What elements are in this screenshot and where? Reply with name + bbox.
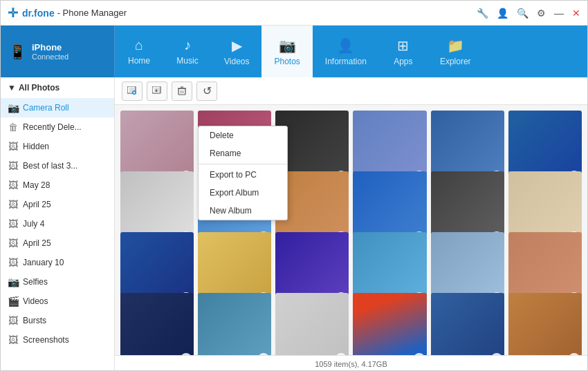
sidebar-item-january-10[interactable]: 🖼 January 10 — [1, 253, 114, 272]
context-menu-export-pc[interactable]: Export to PC — [199, 166, 287, 184]
camera-roll-icon: 📷 — [8, 102, 19, 113]
bursts-label: Bursts — [23, 316, 46, 325]
main-content: ▼ All Photos 📷 Camera Roll 🗑 Recently De… — [1, 77, 587, 371]
apps-icon: ⊞ — [397, 37, 409, 54]
app-title: - Phone Manager — [57, 8, 477, 18]
photo-thumb[interactable]: ⬇ — [431, 293, 504, 355]
photo-thumb[interactable]: ⬇ — [275, 293, 349, 355]
status-bar: 1059 item(s), 4.17GB — [115, 355, 587, 371]
may-28-label: May 28 — [23, 180, 50, 190]
device-status: Connected — [32, 53, 68, 61]
tab-videos[interactable]: ▶ Videos — [212, 26, 261, 77]
tab-apps[interactable]: ⊞ Apps — [379, 26, 428, 77]
tab-information-label: Information — [325, 57, 367, 66]
download-icon: ⬇ — [569, 353, 580, 355]
explorer-icon: 📁 — [447, 37, 464, 54]
screenshots-label: Screenshots — [23, 335, 69, 345]
sidebar-item-hidden[interactable]: 🖼 Hidden — [1, 137, 114, 156]
download-icon: ⬇ — [414, 353, 425, 355]
sidebar-videos-icon: 🎬 — [8, 296, 19, 307]
nav-bar: 📱 iPhone Connected ⌂ Home ♪ Music ▶ Vide… — [1, 26, 587, 77]
camera-roll-label: Camera Roll — [23, 103, 69, 113]
context-menu-delete[interactable]: Delete — [199, 126, 287, 144]
photos-icon: 📷 — [279, 37, 296, 54]
download-icon: ⬇ — [258, 353, 269, 355]
sidebar-item-selfies[interactable]: 📷 Selfies — [1, 272, 114, 292]
status-text: 1059 item(s), 4.17GB — [315, 360, 387, 368]
user-icon[interactable]: 👤 — [497, 8, 508, 19]
close-button[interactable]: ✕ — [572, 8, 580, 19]
sidebar: ▼ All Photos 📷 Camera Roll 🗑 Recently De… — [1, 77, 115, 371]
window-controls: 🔧 👤 🔍 ⚙ — ✕ — [477, 8, 580, 19]
recently-deleted-icon: 🗑 — [8, 122, 19, 133]
context-menu-export-album[interactable]: Export Album — [199, 184, 287, 202]
sidebar-item-may-28[interactable]: 🖼 May 28 — [1, 175, 114, 195]
download-icon: ⬇ — [491, 353, 502, 355]
tab-photos[interactable]: 📷 Photos — [261, 26, 312, 77]
context-menu: Delete Rename Export to PC Export Album … — [198, 126, 288, 220]
tab-music[interactable]: ♪ Music — [163, 26, 212, 77]
tab-apps-label: Apps — [394, 57, 412, 66]
download-icon: ⬇ — [336, 353, 347, 355]
videos-icon: ▶ — [232, 37, 242, 54]
photo-thumb[interactable]: ⬇ — [198, 293, 271, 355]
photo-thumb[interactable]: ⬇ — [353, 293, 426, 355]
music-icon: ♪ — [184, 37, 191, 53]
device-info: iPhone Connected — [32, 42, 68, 61]
photo-thumb[interactable]: ⬇ — [120, 293, 194, 355]
hidden-label: Hidden — [23, 142, 49, 151]
settings-icon[interactable]: ⚙ — [537, 8, 546, 19]
january-10-icon: 🖼 — [8, 257, 19, 268]
tab-photos-label: Photos — [274, 57, 300, 66]
tools-icon[interactable]: 🔧 — [477, 8, 488, 19]
screenshots-icon: 🖼 — [8, 334, 19, 345]
sidebar-item-july-4[interactable]: 🖼 July 4 — [1, 214, 114, 234]
tab-information[interactable]: 👤 Information — [313, 26, 379, 77]
context-menu-new-album[interactable]: New Album — [199, 202, 287, 220]
minimize-button[interactable]: — — [554, 8, 564, 19]
hidden-icon: 🖼 — [8, 141, 19, 152]
april-25-1-label: April 25 — [23, 200, 51, 209]
download-icon: ⬇ — [181, 353, 192, 355]
app-logo: ✛ — [8, 6, 18, 21]
best-of-last-icon: 🖼 — [8, 160, 19, 171]
sidebar-item-videos[interactable]: 🎬 Videos — [1, 292, 114, 311]
selfies-label: Selfies — [23, 277, 48, 287]
sidebar-item-recently-deleted[interactable]: 🗑 Recently Dele... — [1, 117, 114, 137]
refresh-button[interactable]: ↺ — [196, 82, 217, 101]
july-4-label: July 4 — [23, 219, 44, 229]
tab-home-label: Home — [128, 56, 150, 66]
delete-button[interactable] — [172, 82, 192, 101]
search-icon[interactable]: 🔍 — [517, 8, 529, 19]
export-button[interactable] — [147, 82, 167, 101]
selfies-icon: 📷 — [8, 276, 19, 287]
sidebar-item-screenshots[interactable]: 🖼 Screenshots — [1, 330, 114, 350]
january-10-label: January 10 — [23, 258, 64, 267]
july-4-icon: 🖼 — [8, 218, 19, 229]
sidebar-item-april-25-2[interactable]: 🖼 April 25 — [1, 234, 114, 253]
add-photo-button[interactable] — [122, 82, 143, 101]
tab-explorer-label: Explorer — [440, 57, 471, 66]
photo-area: ↺ ⬇ ⬇ ⬇ ⬇ ⬇ ⬇ ⬇ ⬇ ⬇ ⬇ ⬇ ⬇ ⬇ ⬇ ⬇ ⬇ ⬇ ⬇ ⬇ … — [115, 77, 587, 371]
device-name: iPhone — [32, 42, 68, 53]
tab-home[interactable]: ⌂ Home — [115, 26, 163, 77]
home-icon: ⌂ — [135, 37, 143, 53]
best-of-last-label: Best of last 3... — [23, 161, 77, 171]
context-menu-divider — [199, 164, 287, 164]
tab-explorer[interactable]: 📁 Explorer — [428, 26, 484, 77]
sidebar-item-april-25-1[interactable]: 🖼 April 25 — [1, 195, 114, 214]
sidebar-item-bursts[interactable]: 🖼 Bursts — [1, 311, 114, 330]
chevron-down-icon: ▼ — [8, 83, 16, 93]
bursts-icon: 🖼 — [8, 315, 19, 326]
information-icon: 👤 — [337, 37, 354, 54]
sidebar-header: ▼ All Photos — [1, 77, 114, 98]
april-25-1-icon: 🖼 — [8, 199, 19, 210]
may-28-icon: 🖼 — [8, 180, 19, 191]
context-menu-rename[interactable]: Rename — [199, 144, 287, 162]
recently-deleted-label: Recently Dele... — [23, 122, 82, 132]
device-icon: 📱 — [9, 44, 26, 60]
all-photos-label: All Photos — [19, 83, 59, 93]
photo-thumb[interactable]: ⬇ — [508, 293, 582, 355]
sidebar-item-best-of-last-3[interactable]: 🖼 Best of last 3... — [1, 156, 114, 175]
sidebar-item-camera-roll[interactable]: 📷 Camera Roll — [1, 98, 114, 117]
